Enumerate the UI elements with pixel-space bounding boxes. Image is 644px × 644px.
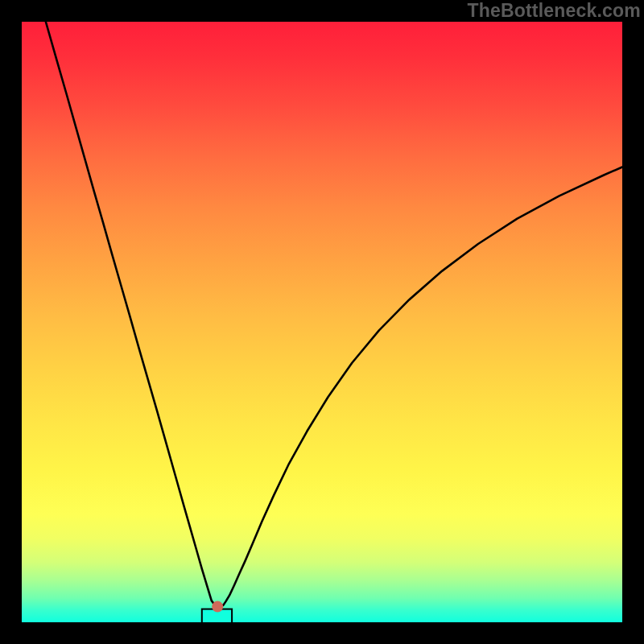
watermark-text: TheBottleneck.com [467,0,641,22]
curve-path [46,22,622,607]
chart-frame: TheBottleneck.com [0,0,644,644]
plot-area [22,22,622,622]
bottleneck-min-dot [212,601,223,613]
bottleneck-curve [22,22,622,622]
